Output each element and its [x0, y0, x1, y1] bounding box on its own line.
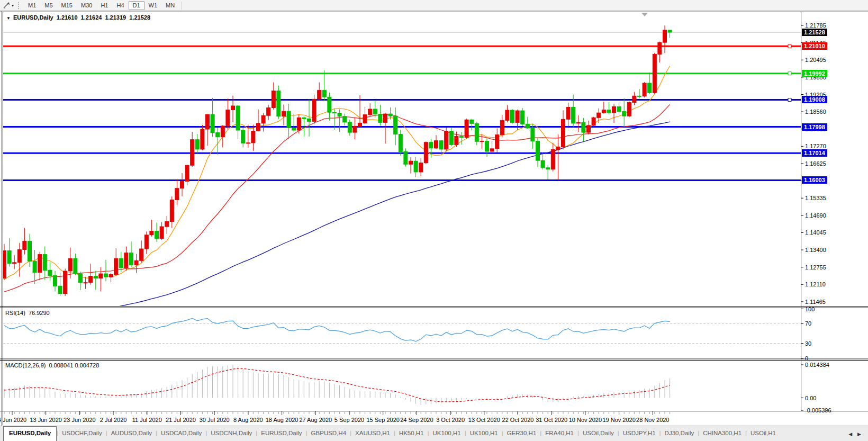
toolbar-grip[interactable] [18, 2, 21, 9]
rsi-line [4, 318, 670, 341]
tab-eurusd-daily[interactable]: EURUSD,Daily [257, 426, 305, 441]
date-axis-label: 3 Oct 2020 [436, 417, 465, 423]
rsi-pane[interactable] [3, 318, 801, 343]
tab-usdchf-daily[interactable]: USDCHF,Daily [58, 426, 105, 441]
rsi-label: RSI(14) [5, 310, 25, 316]
timeframe-button-m1[interactable]: M1 [24, 1, 40, 10]
chart-shift-triangle[interactable] [641, 13, 648, 16]
tab-china300-h1[interactable]: CHINA300,H1 [699, 426, 745, 441]
hline-price-tag: 1.17014 [802, 149, 827, 157]
tab-uk100-h1[interactable]: UK100,H1 [466, 426, 502, 441]
price-axis-tick: 1.11465 [805, 299, 826, 305]
macd-axis-tick: -0.005396 [805, 407, 831, 413]
date-axis-label: 31 Oct 2020 [536, 417, 567, 423]
date-axis-label: 5 Sep 2020 [334, 417, 364, 423]
main-pane[interactable] [3, 25, 801, 332]
ma-line-8 [4, 66, 670, 280]
ohlc-close: 1.21528 [129, 14, 150, 21]
date-axis-label: 24 Sep 2020 [400, 417, 433, 423]
toolbar-separator [182, 2, 182, 10]
rsi-axis-tick: 70 [805, 320, 811, 327]
tab-xauusd-h1[interactable]: XAUUSD,H1 [351, 426, 394, 441]
tab-usdcad-daily[interactable]: USDCAD,Daily [157, 426, 205, 441]
ohlc-high: 1.21624 [81, 14, 102, 21]
date-axis-label: 13 Oct 2020 [468, 417, 500, 423]
date-axis-label: 19 Nov 2020 [602, 417, 635, 423]
date-axis-label: 15 Sep 2020 [366, 417, 399, 423]
timeframe-button-d1[interactable]: D1 [129, 1, 144, 10]
date-axis-label: 18 Aug 2020 [266, 417, 299, 423]
hline-price-tag: 1.16003 [802, 176, 827, 184]
toolbar-dropdown-caret-icon[interactable]: ▾ [12, 3, 14, 8]
price-axis-tick: 1.12755 [805, 264, 826, 271]
tab-usdjpy-h1[interactable]: USDJPY,H1 [619, 426, 659, 441]
tab-dj30-daily[interactable]: DJ30,Daily [661, 426, 698, 441]
tab-fra40-h1[interactable]: FRA40,H1 [541, 426, 577, 441]
chart-title: ▼EURUSD,Daily 1.21610 1.21624 1.21319 1.… [6, 14, 152, 21]
tab-usoil-daily[interactable]: USOil,Daily [579, 426, 618, 441]
date-axis-label: 30 Jul 2020 [200, 417, 230, 423]
chart-canvas[interactable] [0, 0, 868, 441]
tab-ger30-h1[interactable]: GER30,H1 [503, 426, 540, 441]
rsi-axis-tick: 30 [805, 340, 811, 347]
price-axis-tick: 1.12110 [805, 281, 826, 287]
timeframe-button-h4[interactable]: H4 [112, 1, 128, 10]
macd-main-value: 0.008041 [49, 362, 73, 368]
timeframe-button-h1[interactable]: H1 [96, 1, 112, 10]
tab-usoil-h1[interactable]: USOil,H1 [747, 426, 780, 441]
timeframe-button-mn[interactable]: MN [161, 1, 179, 10]
tab-scroll-right-icon[interactable]: ▶ [855, 431, 864, 437]
ohlc-low: 1.21319 [105, 14, 126, 21]
rsi-axis-tick: 100 [805, 306, 815, 312]
hline-marker[interactable] [788, 98, 791, 101]
price-axis-tick: 1.14690 [805, 212, 826, 219]
tab-scroll-arrows: ◀ ▶ [846, 426, 868, 441]
tab-hk50-h1[interactable]: HK50,H1 [395, 426, 428, 441]
hline-marker[interactable] [788, 44, 791, 48]
price-axis-tick: 1.17270 [805, 143, 826, 149]
timeframe-button-m5[interactable]: M5 [40, 1, 57, 10]
price-axis-tick: 1.16625 [805, 160, 826, 167]
price-axis-tick: 1.20495 [805, 57, 826, 63]
hline-price-tag: 1.19992 [802, 70, 827, 77]
candles[interactable] [3, 25, 672, 296]
current-price-tag: 1.21528 [802, 29, 827, 36]
price-axis-tick: 1.18560 [805, 109, 826, 115]
hline-price-tag: 1.19008 [802, 96, 827, 103]
date-axis-label: 11 Jul 2020 [132, 417, 162, 423]
macd-signal-line [4, 368, 670, 402]
date-axis-label: 4 Jun 2020 [0, 417, 26, 423]
tab-audusd-daily[interactable]: AUDUSD,Daily [107, 426, 156, 441]
hline-price-tag: 1.21010 [802, 42, 827, 50]
date-axis-label: 21 Jul 2020 [166, 417, 196, 423]
price-axis-tick: 1.13400 [805, 247, 826, 253]
timeframe-button-m15[interactable]: M15 [57, 1, 77, 10]
macd-pane[interactable] [4, 365, 670, 405]
date-axis-label: 28 Nov 2020 [636, 417, 669, 423]
tab-usdcnh-daily[interactable]: USDCNH,Daily [207, 426, 256, 441]
tab-scroll-left-icon[interactable]: ◀ [846, 431, 855, 437]
macd-axis-tick: 0.014384 [805, 362, 829, 368]
timeframe-button-w1[interactable]: W1 [144, 1, 162, 10]
trendline-icon[interactable] [2, 1, 11, 10]
top-toolbar: ▾ M1M5M15M30H1H4D1W1MN [0, 0, 868, 11]
hline-price-tag: 1.17998 [802, 123, 827, 131]
date-axis-label: 22 Oct 2020 [502, 417, 534, 423]
macd-label: MACD(12,26,9) [5, 362, 46, 368]
date-axis-label: 13 Jun 2020 [30, 417, 62, 423]
timeframe-button-m30[interactable]: M30 [77, 1, 96, 10]
macd-pane-label: MACD(12,26,9)0.008041 0.004728 [5, 362, 99, 368]
rsi-value: 76.9290 [29, 310, 50, 316]
chart-dropdown-icon[interactable]: ▼ [6, 16, 11, 21]
price-axis-tick: 1.14045 [805, 229, 826, 236]
tab-uk100-h1[interactable]: UK100,H1 [429, 426, 465, 441]
symbol-tabbar: EURUSD,Daily|USDCHF,Daily|AUDUSD,Daily|U… [0, 426, 868, 441]
chart-symbol-period: EURUSD,Daily [13, 14, 53, 21]
tab-eurusd-daily[interactable]: EURUSD,Daily [3, 426, 57, 441]
ohlc-open: 1.21610 [57, 14, 78, 21]
date-axis-label: 8 Aug 2020 [233, 417, 263, 423]
price-axis-tick: 1.15335 [805, 195, 826, 201]
hline-marker[interactable] [788, 72, 791, 75]
tab-gbpusd-h4[interactable]: GBPUSD,H4 [308, 426, 350, 441]
rsi-axis-tick: 0 [805, 355, 808, 362]
